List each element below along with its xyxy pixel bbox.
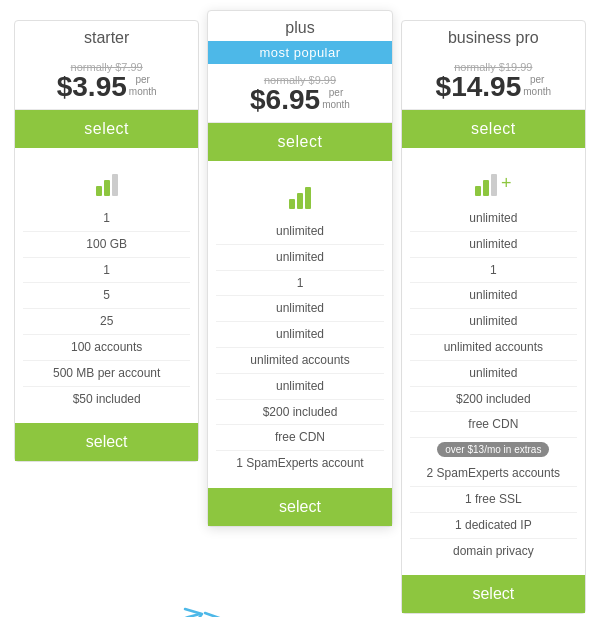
- plan-plus-feature-5: unlimited accounts: [216, 348, 383, 374]
- plan-starter-feature-6: 500 MB per account: [23, 361, 190, 387]
- plan-plus-feature-1: unlimited: [216, 245, 383, 271]
- plan-plus-signal-icon: [289, 181, 311, 209]
- plan-plus-per: permonth: [322, 87, 350, 111]
- plan-plus-label: plus: [208, 11, 391, 41]
- plan-plus-features: unlimitedunlimited1unlimitedunlimitedunl…: [208, 161, 391, 488]
- plan-business_pro-feature-4: unlimited: [410, 309, 577, 335]
- plan-business_pro-feature-1: unlimited: [410, 232, 577, 258]
- plan-plus: plusmost popularnormally $9.99$6.95permo…: [207, 10, 392, 527]
- plan-starter-feature-5: 100 accounts: [23, 335, 190, 361]
- plan-starter-feature-7: $50 included: [23, 387, 190, 412]
- plan-business_pro-features: +unlimitedunlimited1unlimitedunlimitedun…: [402, 148, 585, 575]
- plan-starter-select-top[interactable]: select: [15, 110, 198, 148]
- plan-starter-per: permonth: [129, 74, 157, 98]
- plan-plus-price-row: $6.95permonth: [214, 86, 385, 114]
- arrow-container: [10, 604, 590, 617]
- plan-plus-feature-6: unlimited: [216, 374, 383, 400]
- signal-bar-1: [483, 180, 489, 196]
- plan-business_pro-extras-badge: over $13/mo in extras: [437, 438, 549, 461]
- plan-plus-feature-4: unlimited: [216, 322, 383, 348]
- plan-business_pro-feature-3: unlimited: [410, 283, 577, 309]
- plan-business_pro-signal-icon: +: [475, 168, 512, 196]
- plan-starter-select-bottom[interactable]: select: [15, 423, 198, 461]
- plan-starter-price-row: $3.95permonth: [21, 73, 192, 101]
- signal-bar-2: [112, 174, 118, 196]
- plan-business_pro-price: $14.95: [436, 73, 522, 101]
- plan-starter-feature-4: 25: [23, 309, 190, 335]
- plan-plus-select-top[interactable]: select: [208, 123, 391, 161]
- plan-plus-feature-9: 1 SpamExperts account: [216, 451, 383, 476]
- plan-plus-select-bottom[interactable]: select: [208, 488, 391, 526]
- plan-starter-label: starter: [15, 21, 198, 51]
- plan-starter-features: 1100 GB1525100 accounts500 MB per accoun…: [15, 148, 198, 423]
- plan-business_pro-feature-5: unlimited accounts: [410, 335, 577, 361]
- plan-business_pro-label: business pro: [402, 21, 585, 51]
- plan-business_pro-feature-10: 1 free SSL: [410, 487, 577, 513]
- plans-container: starternormally $7.99$3.95permonthselect…: [10, 20, 590, 614]
- plan-business_pro-signal-plus: +: [501, 173, 512, 194]
- plan-business_pro-feature-0: unlimited: [410, 206, 577, 232]
- plan-business_pro-feature-2: 1: [410, 258, 577, 284]
- plan-business_pro: business pronormally $19.99$14.95permont…: [401, 20, 586, 614]
- signal-bar-0: [96, 186, 102, 196]
- plan-starter-feature-1: 100 GB: [23, 232, 190, 258]
- signal-bar-1: [297, 193, 303, 209]
- plan-plus-feature-2: 1: [216, 271, 383, 297]
- plan-plus-feature-8: free CDN: [216, 425, 383, 451]
- plan-plus-price: $6.95: [250, 86, 320, 114]
- plan-plus-feature-3: unlimited: [216, 296, 383, 322]
- plan-plus-feature-7: $200 included: [216, 400, 383, 426]
- plan-business_pro-feature-9: 2 SpamExperts accounts: [410, 461, 577, 487]
- signal-bar-0: [289, 199, 295, 209]
- plan-plus-popular-badge: most popular: [208, 41, 391, 64]
- plan-business_pro-feature-6: unlimited: [410, 361, 577, 387]
- plan-starter: starternormally $7.99$3.95permonthselect…: [14, 20, 199, 462]
- signal-bar-0: [475, 186, 481, 196]
- signal-bar-2: [491, 174, 497, 196]
- plan-starter-feature-2: 1: [23, 258, 190, 284]
- plan-starter-feature-3: 5: [23, 283, 190, 309]
- plan-plus-price-section: normally $9.99$6.95permonth: [208, 64, 391, 123]
- signal-bar-1: [104, 180, 110, 196]
- plan-business_pro-feature-12: domain privacy: [410, 539, 577, 564]
- plan-business_pro-price-row: $14.95permonth: [408, 73, 579, 101]
- arrow-decoration: [70, 604, 270, 617]
- signal-bar-2: [305, 187, 311, 209]
- plan-business_pro-select-top[interactable]: select: [402, 110, 585, 148]
- plan-plus-feature-0: unlimited: [216, 219, 383, 245]
- plan-starter-feature-0: 1: [23, 206, 190, 232]
- plan-business_pro-per: permonth: [523, 74, 551, 98]
- plan-business_pro-feature-11: 1 dedicated IP: [410, 513, 577, 539]
- plan-starter-signal-icon: [96, 168, 118, 196]
- plan-business_pro-feature-7: $200 included: [410, 387, 577, 413]
- plan-business_pro-price-section: normally $19.99$14.95permonth: [402, 51, 585, 110]
- plan-starter-price: $3.95: [57, 73, 127, 101]
- plan-starter-price-section: normally $7.99$3.95permonth: [15, 51, 198, 110]
- plan-business_pro-feature-8: free CDN: [410, 412, 577, 438]
